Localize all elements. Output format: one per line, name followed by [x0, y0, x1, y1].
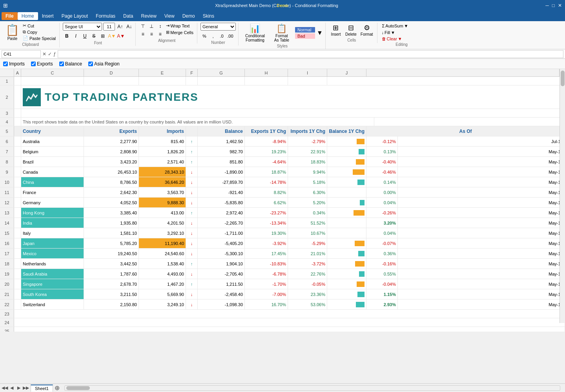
country-cell[interactable]: Belgium [21, 147, 84, 156]
exports-cell[interactable]: 2,678.70 [84, 279, 139, 289]
comma-button[interactable]: , [209, 33, 217, 40]
imp-chg-cell[interactable]: -5.29% [288, 238, 327, 248]
imports-cell[interactable]: 3,292.10 [139, 228, 186, 238]
bal-chg-cell[interactable]: 2.93% [366, 299, 398, 309]
format-as-table-button[interactable]: 📋 FormatAs Table [270, 23, 293, 43]
styles-scroll-button[interactable]: ▼ [317, 29, 323, 36]
imports-cell[interactable]: 3,563.70 [139, 187, 186, 197]
asof-cell[interactable]: May-16 [398, 289, 565, 299]
bal-bar-cell[interactable] [327, 198, 366, 207]
bal-bar-cell[interactable] [327, 238, 366, 248]
balance-cell[interactable]: -1,098.30 [198, 299, 245, 309]
imports-cell[interactable]: 11,190.40 [139, 238, 186, 248]
align-left-button[interactable]: ≡ [139, 31, 147, 38]
cut-button[interactable]: ✂ Cut [22, 23, 57, 29]
imports-cell[interactable]: 2,571.40 [139, 157, 186, 167]
col-balance-header[interactable]: Balance [198, 126, 245, 136]
col-country-header[interactable]: Country [21, 126, 84, 136]
clear-button[interactable]: 🗑 Clear ▼ [381, 36, 403, 42]
menu-insert[interactable]: Insert [38, 12, 58, 20]
bal-chg-cell[interactable]: -0.12% [366, 136, 398, 146]
country-cell[interactable]: Canada [21, 167, 84, 177]
arrow-cell[interactable]: ↓ [186, 249, 198, 258]
bal-bar-cell[interactable] [327, 279, 366, 289]
formula-input[interactable] [58, 50, 563, 58]
exp-chg-cell[interactable]: -4.64% [245, 157, 288, 167]
balance-cell[interactable]: 982.70 [198, 147, 245, 156]
exports-cell[interactable]: 5,785.20 [84, 238, 139, 248]
balance-cell[interactable]: 2,972.40 [198, 208, 245, 218]
country-cell[interactable]: Hong Kong [21, 208, 84, 218]
vertical-scrollbar[interactable] [560, 69, 565, 323]
imports-cell[interactable]: 28,343.10 [139, 167, 186, 177]
country-cell[interactable]: Singapore [21, 279, 84, 289]
decrease-decimal-button[interactable]: .00 [226, 33, 234, 40]
bal-chg-cell[interactable]: 1.15% [366, 289, 398, 299]
imports-cell[interactable]: 1,467.20 [139, 279, 186, 289]
col-asof-header[interactable]: As Of [366, 126, 565, 136]
wrap-text-button[interactable]: ⇥ Wrap Text [165, 23, 195, 29]
percent-button[interactable]: % [200, 33, 208, 40]
arrow-cell[interactable]: ↓ [186, 218, 198, 228]
maximize-button[interactable]: □ [552, 3, 555, 8]
fill-button[interactable]: ↓ Fill ▼ [381, 30, 396, 35]
arrow-cell[interactable]: ↓ [186, 167, 198, 177]
style-normal-button[interactable]: Normal [295, 27, 315, 33]
exp-chg-cell[interactable]: 6.62% [245, 198, 288, 207]
col-imp1y-header[interactable]: Imports 1Y Chg [288, 126, 327, 136]
exports-cell[interactable]: 2,277.90 [84, 136, 139, 146]
imp-chg-cell[interactable]: 18.83% [288, 157, 327, 167]
arrow-cell[interactable]: ↑ [186, 136, 198, 146]
cancel-formula-icon[interactable]: ✕ [42, 51, 46, 57]
align-center-button[interactable]: ≡ [148, 31, 155, 38]
col-exp1y-header[interactable]: Exports 1Y Chg [245, 126, 288, 136]
paste-button[interactable]: 📋 Paste [4, 23, 21, 42]
bal-chg-cell[interactable]: 0.13% [366, 147, 398, 156]
country-cell[interactable]: Brazil [21, 157, 84, 167]
exp-chg-cell[interactable]: -3.92% [245, 238, 288, 248]
col-bal1y-header[interactable]: Balance 1Y Chg [327, 126, 366, 136]
imports-cell[interactable]: 36,646.20 [139, 177, 186, 187]
imports-cell[interactable]: 1,538.40 [139, 259, 186, 269]
exports-checkbox[interactable] [31, 62, 36, 66]
exports-cell[interactable]: 26,453.10 [84, 167, 139, 177]
imp-chg-cell[interactable]: -3.72% [288, 259, 327, 269]
confirm-formula-icon[interactable]: ✓ [48, 51, 52, 57]
strikethrough-button[interactable]: S [90, 32, 98, 40]
balance-cell[interactable]: 1,462.50 [198, 136, 245, 146]
imp-chg-cell[interactable]: 10.67% [288, 228, 327, 238]
arrow-cell[interactable]: ↓ [186, 198, 198, 207]
exp-chg-cell[interactable]: -13.34% [245, 218, 288, 228]
asof-cell[interactable]: Jul-16 [398, 136, 565, 146]
paste-special-button[interactable]: 📄 Paste Special [22, 35, 57, 41]
align-right-button[interactable]: ≡ [156, 31, 164, 38]
bal-chg-cell[interactable]: -0.40% [366, 157, 398, 167]
bal-chg-cell[interactable]: 0.00% [366, 187, 398, 197]
close-button[interactable]: ✕ [558, 3, 562, 8]
balance-cell[interactable]: -1,890.00 [198, 167, 245, 177]
align-bottom-button[interactable]: ↕ [156, 23, 164, 30]
asof-cell[interactable]: May-16 [398, 279, 565, 289]
bal-bar-cell[interactable] [327, 259, 366, 269]
exports-cell[interactable]: 2,808.90 [84, 147, 139, 156]
imp-chg-cell[interactable]: 9.94% [288, 167, 327, 177]
arrow-cell[interactable]: ↑ [186, 279, 198, 289]
bal-chg-cell[interactable]: 0.14% [366, 177, 398, 187]
menu-data[interactable]: Data [119, 12, 137, 20]
country-cell[interactable]: Australia [21, 136, 84, 146]
imp-chg-cell[interactable]: 5.20% [288, 198, 327, 207]
exports-cell[interactable]: 3,385.40 [84, 208, 139, 218]
asof-cell[interactable]: May-16 [398, 187, 565, 197]
imports-cell[interactable]: 1,826.20 [139, 147, 186, 156]
bal-bar-cell[interactable] [327, 157, 366, 167]
bold-button[interactable]: B [63, 32, 71, 40]
arrow-cell[interactable]: ↑ [186, 259, 198, 269]
style-bad-button[interactable]: Bad [295, 33, 315, 39]
exp-chg-cell[interactable]: -14.78% [245, 177, 288, 187]
imports-cell[interactable]: 9,888.30 [139, 198, 186, 207]
asof-cell[interactable]: May-16 [398, 299, 565, 309]
asof-cell[interactable]: May-16 [398, 228, 565, 238]
exports-cell[interactable]: 1,787.60 [84, 269, 139, 279]
country-cell[interactable]: China [21, 177, 84, 187]
copy-button[interactable]: ⧉ Copy [22, 29, 57, 35]
